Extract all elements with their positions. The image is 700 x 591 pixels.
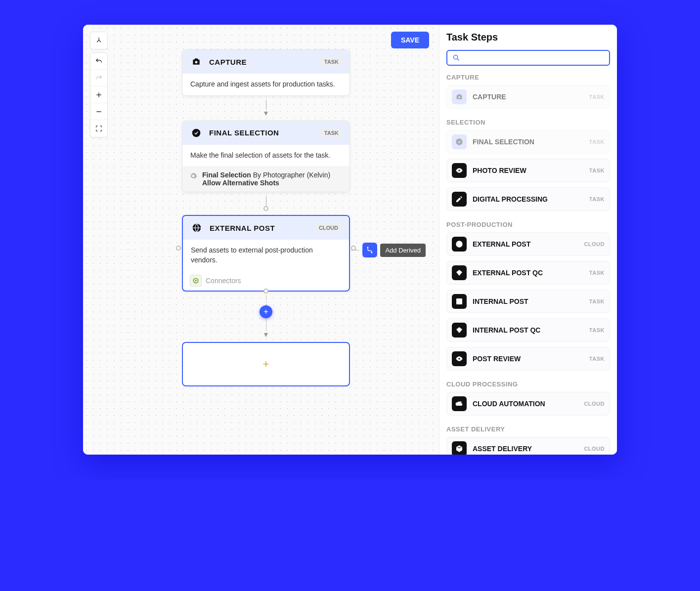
undo-icon — [95, 57, 103, 65]
node-title: CAPTURE — [209, 58, 314, 66]
catalog-item-badge: TASK — [589, 139, 605, 145]
add-derived-button[interactable] — [362, 243, 377, 257]
catalog-section: SELECTIONFINAL SELECTIONTASKPHOTO REVIEW… — [446, 119, 610, 211]
node-external-post[interactable]: Add Derived EXTERNAL POST CLOUD Send ass… — [182, 215, 350, 292]
expand-icon — [95, 125, 102, 132]
svg-point-8 — [458, 96, 460, 98]
catalog-section-header: ASSET DELIVERY — [446, 425, 610, 433]
svg-point-14 — [458, 358, 460, 360]
catalog-item[interactable]: INTERNAL POST QCTASK — [446, 318, 610, 342]
catalog-item: CAPTURETASK — [446, 85, 610, 109]
eye-icon — [452, 163, 467, 178]
minus-icon — [95, 108, 103, 116]
catalog-section-header: SELECTION — [446, 119, 610, 126]
catalog-section-header: CLOUD PROCESSING — [446, 380, 610, 388]
catalog-item-label: FINAL SELECTION — [473, 138, 583, 146]
catalog-section: ASSET DELIVERYASSET DELIVERYCLOUD — [446, 425, 610, 455]
edit-icon — [452, 192, 467, 207]
sidebar-title: Task Steps — [446, 32, 610, 43]
undo-button[interactable] — [90, 53, 107, 70]
redo-icon — [95, 74, 103, 82]
catalog-item: FINAL SELECTIONTASK — [446, 130, 610, 154]
catalog-item-label: CLOUD AUTOMATION — [473, 400, 578, 408]
svg-point-7 — [454, 55, 458, 59]
node-final-selection[interactable]: FINAL SELECTION TASK Make the final sele… — [182, 121, 350, 193]
catalog-item-badge: TASK — [589, 327, 605, 333]
catalog-item[interactable]: EXTERNAL POST QCTASK — [446, 261, 610, 285]
catalog-item-label: EXTERNAL POST QC — [473, 269, 583, 277]
gear-icon — [189, 172, 197, 180]
catalog-item[interactable]: POST REVIEWTASK — [446, 347, 610, 371]
box-icon — [452, 441, 467, 455]
check-circle-icon — [189, 126, 203, 140]
search-icon — [452, 54, 460, 62]
globe-icon — [190, 221, 204, 235]
edge-handle[interactable] — [263, 206, 268, 211]
catalog-item-label: ASSET DELIVERY — [473, 445, 578, 453]
catalog-item[interactable]: CLOUD AUTOMATIONCLOUD — [446, 392, 610, 416]
eye-icon — [452, 351, 467, 366]
catalog-section: CLOUD PROCESSINGCLOUD AUTOMATIONCLOUD — [446, 380, 610, 416]
svg-point-6 — [195, 280, 197, 282]
diamond-icon — [452, 323, 467, 338]
catalog-item-badge: CLOUD — [584, 401, 605, 407]
node-title: FINAL SELECTION — [209, 128, 314, 137]
node-config[interactable]: Final Selection By Photographer (Kelvin)… — [182, 166, 350, 192]
svg-point-15 — [460, 401, 462, 403]
fit-view-button[interactable] — [90, 120, 107, 137]
node-badge: TASK — [320, 57, 343, 66]
catalog-item-badge: TASK — [589, 168, 605, 173]
catalog-item[interactable]: PHOTO REVIEWTASK — [446, 159, 610, 182]
node-badge: CLOUD — [315, 223, 342, 232]
catalog-item-label: DIGITAL PROCESSING — [473, 195, 583, 203]
catalog-item[interactable]: DIGITAL PROCESSINGTASK — [446, 187, 610, 211]
node-badge: TASK — [320, 128, 343, 137]
catalog-item-label: INTERNAL POST — [473, 297, 583, 305]
node-body: Send assets to external post-production … — [183, 240, 349, 271]
flow-container: CAPTURE TASK Capture and ingest assets f… — [182, 49, 380, 386]
edge: ▼ — [182, 96, 350, 121]
svg-point-1 — [192, 128, 201, 137]
edge — [182, 192, 350, 215]
search-input[interactable] — [464, 54, 604, 62]
diamond-icon — [452, 265, 467, 280]
ps-icon: Ps — [452, 294, 467, 309]
globe-icon — [452, 237, 467, 252]
svg-text:Ps: Ps — [457, 300, 461, 303]
app-window: SAVE CAPTURE TASK Capture and ingest ass… — [83, 25, 617, 455]
catalog-item-badge: TASK — [589, 270, 605, 276]
catalog-item-label: POST REVIEW — [473, 355, 583, 363]
catalog-section: POST-PRODUCTIONEXTERNAL POSTCLOUDEXTERNA… — [446, 221, 610, 371]
node-capture[interactable]: CAPTURE TASK Capture and ingest assets f… — [182, 49, 350, 96]
layout-button[interactable] — [90, 32, 107, 49]
node-title: EXTERNAL POST — [210, 224, 309, 232]
add-node-button[interactable]: + — [260, 305, 272, 318]
canvas-area[interactable]: SAVE CAPTURE TASK Capture and ingest ass… — [83, 25, 439, 455]
search-box[interactable] — [446, 50, 610, 66]
save-button[interactable]: SAVE — [391, 32, 429, 48]
branch-icon — [366, 246, 374, 254]
catalog-item[interactable]: EXTERNAL POSTCLOUD — [446, 232, 610, 256]
catalog-item-label: PHOTO REVIEW — [473, 167, 583, 174]
catalog-item-label: EXTERNAL POST — [473, 240, 578, 248]
catalog-item-badge: TASK — [589, 356, 605, 362]
plus-icon: + — [263, 358, 269, 371]
edge-add: + ▼ — [182, 292, 350, 342]
cloud-icon — [452, 396, 467, 411]
svg-point-2 — [367, 247, 369, 249]
catalog-item[interactable]: PsINTERNAL POSTTASK — [446, 290, 610, 313]
plus-icon — [95, 91, 103, 99]
zoom-in-button[interactable] — [90, 86, 107, 103]
node-connectors[interactable]: Connectors — [183, 271, 349, 291]
camera-icon — [189, 55, 203, 69]
catalog-item-label: INTERNAL POST QC — [473, 326, 583, 334]
svg-point-3 — [371, 252, 373, 253]
dropzone[interactable]: + — [182, 342, 350, 386]
node-body: Make the final selection of assets for t… — [182, 145, 350, 167]
catalog-section-header: CAPTURE — [446, 74, 610, 81]
catalog-item-badge: TASK — [589, 196, 605, 202]
catalog-item[interactable]: ASSET DELIVERYCLOUD — [446, 437, 610, 455]
catalog-section-header: POST-PRODUCTION — [446, 221, 610, 228]
zoom-out-button[interactable] — [90, 103, 107, 120]
node-handle-left[interactable] — [176, 246, 181, 251]
